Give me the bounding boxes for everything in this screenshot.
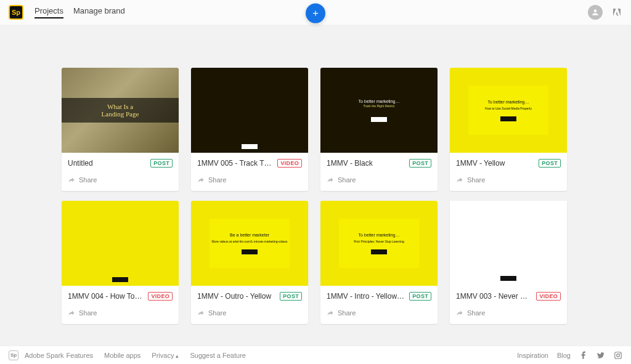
footer-link-features[interactable]: Features xyxy=(67,352,93,359)
project-title: 1MMV 003 - Never Stop… xyxy=(456,292,531,301)
project-card[interactable]: What Is a Landing Page Untitled POST Sha… xyxy=(62,68,179,191)
user-avatar[interactable] xyxy=(588,5,603,20)
share-label: Share xyxy=(79,309,97,317)
share-button[interactable]: Share xyxy=(450,170,567,191)
project-thumbnail: What Is a Landing Page xyxy=(62,68,179,153)
thumb-subheading: Track the Right Metrics xyxy=(359,104,400,108)
footer-link-suggest[interactable]: Suggest a Feature xyxy=(190,352,246,359)
badge-video: VIDEO xyxy=(277,159,302,168)
footer: Sp Adobe Spark Features Mobile apps Priv… xyxy=(0,346,631,364)
share-button[interactable]: Share xyxy=(320,303,438,324)
share-icon xyxy=(197,176,205,184)
share-icon xyxy=(68,176,75,184)
share-label: Share xyxy=(338,176,356,184)
share-label: Share xyxy=(79,176,97,184)
thumb-heading: What Is a Landing Page xyxy=(62,103,179,118)
projects-grid: What Is a Landing Page Untitled POST Sha… xyxy=(62,68,569,324)
project-thumbnail: To better marketing… How to Use Social M… xyxy=(450,68,567,153)
nav-link-projects[interactable]: Projects xyxy=(35,6,63,18)
project-title: 1MMV - Intro - Yellow… xyxy=(327,292,404,301)
project-card[interactable]: Be a better marketer More videos at arie… xyxy=(191,201,308,324)
thumb-heading: Be a better marketer xyxy=(230,233,269,237)
projects-content: What Is a Landing Page Untitled POST Sha… xyxy=(0,25,631,324)
project-thumbnail: To better marketing… Track the Right Met… xyxy=(320,68,438,153)
share-button[interactable]: Share xyxy=(450,303,567,324)
badge-video: VIDEO xyxy=(148,292,173,301)
twitter-icon[interactable] xyxy=(596,351,605,360)
share-icon xyxy=(197,309,205,317)
project-title: 1MMV - Black xyxy=(327,159,404,168)
share-label: Share xyxy=(467,309,485,317)
project-thumbnail: Be a better marketer More videos at arie… xyxy=(191,201,308,286)
share-icon xyxy=(327,176,334,184)
thumb-logo xyxy=(500,276,516,281)
project-title: 1MMV - Outro - Yellow xyxy=(197,292,275,301)
badge-post: POST xyxy=(409,159,431,168)
facebook-icon[interactable] xyxy=(579,351,588,360)
nav-links: Projects Manage brand xyxy=(35,6,125,18)
share-label: Share xyxy=(467,176,485,184)
thumb-subheading: First Principles: Never Stop Learning xyxy=(354,240,404,243)
add-project-button[interactable] xyxy=(306,4,325,23)
project-thumbnail xyxy=(191,68,308,153)
project-card[interactable]: To better marketing… Track the Right Met… xyxy=(320,68,438,191)
thumb-heading: To better marketing… xyxy=(359,99,400,105)
project-card[interactable]: 1MMV 005 - Track The… VIDEO Share xyxy=(191,68,308,191)
badge-post: POST xyxy=(150,159,173,168)
adobe-icon[interactable] xyxy=(611,7,622,18)
instagram-icon[interactable] xyxy=(614,351,622,360)
share-button[interactable]: Share xyxy=(62,303,179,324)
nav-link-manage-brand[interactable]: Manage brand xyxy=(73,6,125,18)
thumb-logo xyxy=(242,144,258,149)
project-card[interactable]: 1MMV 004 - How To Use… VIDEO Share xyxy=(62,201,179,324)
thumb-logo xyxy=(242,249,258,254)
share-label: Share xyxy=(338,309,356,317)
thumb-heading: To better marketing… xyxy=(488,100,529,104)
badge-video: VIDEO xyxy=(536,292,561,301)
badge-post: POST xyxy=(539,159,561,168)
project-title: Untitled xyxy=(68,159,145,168)
footer-link-blog[interactable]: Blog xyxy=(557,352,571,359)
top-nav: Sp Projects Manage brand xyxy=(0,0,631,25)
share-label: Share xyxy=(208,176,226,184)
plus-icon xyxy=(311,9,320,18)
share-button[interactable]: Share xyxy=(320,170,438,191)
app-logo[interactable]: Sp xyxy=(9,5,23,20)
thumb-logo xyxy=(371,117,387,122)
footer-link-privacy[interactable]: Privacy xyxy=(152,352,179,359)
share-button[interactable]: Share xyxy=(191,170,308,191)
share-button[interactable]: Share xyxy=(62,170,179,191)
project-thumbnail xyxy=(62,201,179,286)
thumb-subheading: How to Use Social Media Properly xyxy=(485,107,532,110)
footer-link-mobile-apps[interactable]: Mobile apps xyxy=(104,352,140,359)
thumb-subheading: More videos at ariel-lim.com/1-minute-ma… xyxy=(211,240,287,243)
share-icon xyxy=(456,309,463,317)
user-icon xyxy=(591,8,600,17)
project-card[interactable]: 1MMV 003 - Never Stop… VIDEO Share xyxy=(450,201,567,324)
footer-brand: Adobe Spark xyxy=(25,352,64,359)
footer-logo[interactable]: Sp xyxy=(9,350,18,360)
project-card[interactable]: To better marketing… How to Use Social M… xyxy=(450,68,567,191)
project-thumbnail: To better marketing… First Principles: N… xyxy=(320,201,438,286)
footer-link-inspiration[interactable]: Inspiration xyxy=(517,352,548,359)
share-button[interactable]: Share xyxy=(191,303,308,324)
project-thumbnail xyxy=(450,201,567,286)
share-icon xyxy=(456,176,463,184)
badge-post: POST xyxy=(280,292,302,301)
thumb-logo xyxy=(112,277,128,282)
project-title: 1MMV 005 - Track The… xyxy=(197,159,272,168)
thumb-logo xyxy=(500,116,516,121)
project-title: 1MMV 004 - How To Use… xyxy=(68,292,143,301)
badge-post: POST xyxy=(409,292,431,301)
project-card[interactable]: To better marketing… First Principles: N… xyxy=(320,201,438,324)
share-label: Share xyxy=(208,309,226,317)
project-title: 1MMV - Yellow xyxy=(456,159,534,168)
share-icon xyxy=(327,309,334,317)
share-icon xyxy=(68,309,75,317)
thumb-logo xyxy=(371,249,387,254)
thumb-heading: To better marketing… xyxy=(359,233,400,237)
